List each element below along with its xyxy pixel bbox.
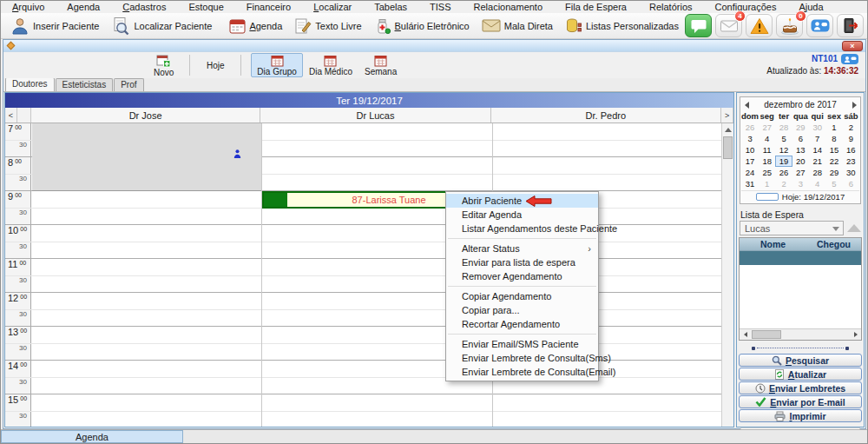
calendar-day[interactable]: 8 — [825, 133, 842, 144]
calendar-day[interactable]: 5 — [825, 178, 842, 189]
menu-item-copiar-para[interactable]: Copiar para... — [446, 303, 598, 317]
calendar-day[interactable]: 26 — [775, 167, 792, 178]
birthday-button[interactable]: 0 — [776, 14, 803, 37]
calendar-day[interactable]: 28 — [775, 122, 792, 133]
calendar-day[interactable]: 30 — [809, 122, 825, 133]
menu-arquivo[interactable]: Arquivo — [1, 2, 56, 12]
calendar-day[interactable]: 17 — [741, 156, 759, 167]
calendar-day[interactable]: 23 — [843, 156, 859, 167]
menu-tabelas[interactable]: Tabelas — [363, 2, 418, 12]
contacts-mini-icon[interactable] — [841, 54, 858, 64]
menu-item-copiar-agendamento[interactable]: Copiar Agendamento — [446, 289, 598, 303]
calendar-day[interactable]: 1 — [759, 178, 775, 189]
calendar-day-selected[interactable]: 19 — [775, 156, 792, 167]
menu-tiss[interactable]: TISS — [418, 2, 462, 12]
next-column-button[interactable]: > — [721, 108, 733, 123]
calendar-day[interactable]: 22 — [825, 156, 842, 167]
menu-item-recortar-agendamento[interactable]: Recortar Agendamento — [446, 317, 598, 331]
vertical-scrollbar[interactable] — [721, 123, 733, 427]
calendar-day[interactable]: 27 — [759, 122, 775, 133]
scroll-right-button[interactable] — [850, 329, 861, 340]
calendar-day[interactable]: 6 — [843, 178, 859, 189]
enviar-lembretes-button[interactable]: Enviar Lembretes — [739, 381, 862, 394]
menu-estoque[interactable]: Estoque — [177, 2, 234, 12]
taskbar-tab-agenda[interactable]: Agenda — [1, 430, 183, 443]
calendar-day[interactable]: 14 — [809, 144, 825, 156]
alert-button[interactable] — [746, 14, 773, 37]
toolbar-agenda-button[interactable]: Agenda — [223, 15, 288, 37]
scroll-thumb[interactable] — [752, 330, 781, 339]
enviar-por-e-mail-button[interactable]: Enviar por E-mail — [739, 395, 862, 408]
pesquisar-button[interactable]: Pesquisar — [739, 354, 862, 367]
calendar-day[interactable]: 2 — [843, 122, 859, 133]
calendar-day[interactable]: 29 — [792, 122, 809, 133]
toolbar-inserir-paciente-button[interactable]: Inserir Paciente — [4, 15, 105, 37]
calendar-day[interactable]: 4 — [809, 178, 825, 189]
waiting-list-table[interactable]: NomeChegou — [739, 237, 862, 341]
calendar-day[interactable]: 16 — [843, 144, 859, 156]
menu-localizar[interactable]: Localizar — [302, 2, 363, 12]
view-button-hoje[interactable]: Hoje — [200, 53, 231, 77]
scroll-thumb[interactable] — [723, 136, 733, 159]
atualizar-button[interactable]: Atualizar — [739, 368, 862, 381]
menu-fila-de-espera[interactable]: Fila de Espera — [554, 2, 638, 12]
menu-ajuda[interactable]: Ajuda — [787, 2, 834, 12]
menu-item-listar-agendamentos-deste-paciente[interactable]: Listar Agendamentos deste Paciente — [446, 222, 598, 235]
view-button-dia-grupo[interactable]: Dia Grupo — [251, 53, 303, 77]
chat-button[interactable] — [685, 14, 712, 37]
calendar-day[interactable]: 24 — [741, 167, 759, 178]
calendar-day[interactable]: 1 — [825, 122, 842, 133]
menu-relacionamento[interactable]: Relacionamento — [463, 2, 555, 12]
messages-button[interactable]: 4 — [715, 14, 742, 37]
calendar-day[interactable]: 15 — [825, 144, 842, 156]
calendar-day[interactable]: 18 — [759, 156, 775, 167]
calendar-day[interactable]: 28 — [809, 167, 825, 178]
calendar-day[interactable]: 7 — [809, 133, 825, 144]
close-button[interactable]: × — [842, 41, 863, 51]
tab-esteticistas[interactable]: Esteticistas — [56, 78, 114, 91]
menu-relatorios[interactable]: Relatórios — [638, 2, 704, 12]
waiting-list-selected-row[interactable] — [740, 251, 861, 265]
calendar-day[interactable]: 29 — [825, 167, 842, 178]
calendar-day[interactable]: 27 — [792, 167, 809, 178]
calendar-day[interactable]: 25 — [759, 167, 775, 178]
collapse-panel-triangle[interactable] — [847, 224, 861, 232]
tab-doutores[interactable]: Doutores — [5, 77, 55, 91]
menu-item-alterar-status[interactable]: Alterar Status› — [446, 242, 598, 255]
toolbar-texto-livre-button[interactable]: Texto Livre — [288, 15, 367, 37]
menu-item-abrir-paciente[interactable]: Abrir Paciente — [446, 194, 598, 208]
calendar-day[interactable]: 10 — [741, 144, 759, 156]
tab-prof[interactable]: Prof — [114, 78, 143, 91]
menu-agenda[interactable]: Agenda — [56, 2, 111, 12]
scroll-left-button[interactable] — [740, 329, 751, 340]
menu-item-enviar-lembrete-de-consulta-email[interactable]: Enviar Lembrete de Consulta(Email) — [446, 365, 598, 379]
exit-button[interactable] — [837, 14, 864, 37]
menu-financeiro[interactable]: Financeiro — [235, 2, 302, 12]
view-button-semana[interactable]: Semana — [358, 53, 403, 77]
menu-configuracoes[interactable]: Configurações — [704, 2, 788, 12]
menu-item-remover-agendamento[interactable]: Remover Agendamento — [446, 269, 598, 283]
calendar-day[interactable]: 3 — [741, 133, 759, 144]
menu-item-enviar-para-lista-de-espera[interactable]: Enviar para lista de espera — [446, 255, 598, 269]
view-button-dia-medico[interactable]: Dia Médico — [303, 53, 358, 77]
menu-cadastros[interactable]: Cadastros — [111, 2, 177, 12]
calendar-day[interactable]: 12 — [775, 144, 792, 156]
contacts-button[interactable] — [806, 14, 833, 37]
waiting-list-select[interactable]: Lucas — [740, 221, 844, 235]
toolbar-mala-direta-button[interactable]: Mala Direta — [476, 15, 559, 37]
next-month-button[interactable] — [849, 102, 859, 109]
calendar-day[interactable]: 21 — [809, 156, 825, 167]
horizontal-scrollbar[interactable] — [740, 328, 861, 340]
scroll-up-button[interactable] — [722, 123, 733, 136]
imprimir-button[interactable]: Imprimir — [739, 409, 862, 422]
view-button-novo[interactable]: Novo — [148, 53, 180, 77]
prev-month-button[interactable] — [741, 102, 752, 109]
menu-item-editar-agenda[interactable]: Editar Agenda — [446, 208, 598, 222]
toolbar-listas-personalizadas-button[interactable]: Listas Personalizadas — [559, 15, 685, 37]
calendar-day[interactable]: 31 — [741, 178, 759, 189]
calendar-day[interactable]: 9 — [843, 133, 859, 144]
toolbar-localizar-paciente-button[interactable]: Localizar Paciente — [105, 15, 218, 37]
toolbar-bulario-eletronico-button[interactable]: Bulário Eletrônico — [368, 15, 476, 37]
prev-column-button[interactable]: < — [5, 108, 17, 123]
calendar-day[interactable]: 2 — [775, 178, 792, 189]
